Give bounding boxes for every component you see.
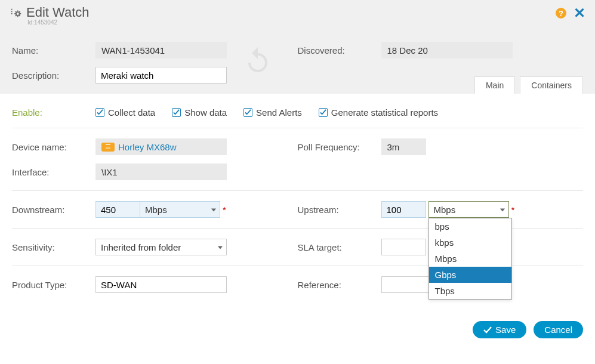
- discovered-value: 18 Dec 20: [381, 42, 513, 58]
- reference-label: Reference:: [298, 280, 381, 290]
- checkbox-generate-stats[interactable]: Generate statistical reports: [319, 107, 438, 118]
- checkbox-show-data[interactable]: Show data: [172, 107, 227, 118]
- cancel-button[interactable]: Cancel: [534, 321, 583, 338]
- downstream-input[interactable]: [95, 201, 140, 218]
- upstream-input[interactable]: [381, 201, 426, 218]
- device-link[interactable]: Horley MX68w: [118, 142, 177, 152]
- divider: [12, 128, 583, 128]
- tab-bar: Main Containers: [474, 76, 583, 94]
- dropdown-option-kbps[interactable]: kbps: [429, 235, 511, 251]
- checkbox-send-alerts[interactable]: Send Alerts: [243, 107, 302, 118]
- poll-frequency-label: Poll Frequency:: [298, 142, 381, 152]
- check-icon: [319, 108, 328, 117]
- sla-target-label: SLA target:: [298, 242, 381, 252]
- checkbox-label: Collect data: [108, 107, 155, 118]
- upstream-unit-value: Mbps: [434, 205, 456, 215]
- help-icon[interactable]: ?: [556, 8, 566, 18]
- checkbox-label: Generate statistical reports: [331, 107, 438, 118]
- sla-target-input[interactable]: [381, 239, 426, 255]
- downstream-label: Downstream:: [12, 205, 95, 215]
- check-icon: [243, 108, 252, 117]
- upstream-unit-dropdown: bps kbps Mbps Gbps Tbps: [428, 218, 512, 300]
- close-icon[interactable]: ✕: [574, 5, 585, 21]
- required-indicator: *: [511, 205, 515, 215]
- gear-icon: [10, 7, 23, 22]
- name-label: Name:: [12, 45, 95, 55]
- check-icon: [172, 108, 181, 117]
- description-label: Description:: [12, 70, 95, 81]
- required-indicator: *: [223, 205, 226, 215]
- dialog-footer: Save Cancel: [0, 307, 595, 349]
- dropdown-option-bps[interactable]: bps: [429, 218, 511, 235]
- dropdown-option-mbps[interactable]: Mbps: [429, 251, 511, 267]
- interface-label: Interface:: [12, 167, 95, 177]
- upstream-unit-select[interactable]: Mbps: [428, 201, 509, 218]
- cancel-button-label: Cancel: [544, 325, 572, 335]
- sensitivity-select[interactable]: Inherited from folder: [95, 239, 227, 255]
- product-type-input[interactable]: [95, 276, 227, 293]
- device-name-value: ☰ Horley MX68w: [95, 138, 227, 155]
- top-section: Name: WAN1-1453041 Discovered: 18 Dec 20…: [0, 28, 595, 94]
- check-icon: [483, 326, 492, 334]
- divider: [12, 190, 583, 191]
- description-input[interactable]: [95, 67, 227, 84]
- checkbox-label: Show data: [184, 107, 227, 118]
- product-type-label: Product Type:: [12, 280, 95, 290]
- svg-point-0: [16, 12, 20, 16]
- tab-main[interactable]: Main: [474, 76, 515, 94]
- poll-frequency-value: 3m: [381, 138, 426, 155]
- device-name-label: Device name:: [12, 142, 95, 152]
- sensitivity-value: Inherited from folder: [101, 242, 181, 252]
- tab-containers[interactable]: Containers: [520, 76, 583, 94]
- enable-label: Enable:: [12, 107, 95, 118]
- checkbox-collect-data[interactable]: Collect data: [95, 107, 155, 118]
- save-button[interactable]: Save: [473, 321, 526, 338]
- sensitivity-label: Sensitivity:: [12, 242, 95, 252]
- dialog-header: Edit Watch Id:1453042 ? ✕: [0, 0, 595, 28]
- upstream-label: Upstream:: [298, 205, 381, 215]
- downstream-unit-select[interactable]: Mbps: [140, 201, 220, 218]
- downstream-unit-value: Mbps: [145, 205, 167, 215]
- device-type-icon: ☰: [101, 143, 115, 152]
- dialog-title: Edit Watch: [26, 5, 90, 20]
- dropdown-option-tbps[interactable]: Tbps: [429, 283, 511, 299]
- body-section: Enable: Collect data Show data Send Aler…: [0, 94, 595, 307]
- check-icon: [95, 108, 104, 117]
- undo-icon[interactable]: [243, 45, 272, 75]
- name-value: WAN1-1453041: [95, 42, 227, 58]
- save-button-label: Save: [495, 325, 516, 335]
- interface-value: \IX1: [95, 164, 227, 180]
- checkbox-label: Send Alerts: [256, 107, 302, 118]
- discovered-label: Discovered:: [298, 45, 381, 55]
- dropdown-option-gbps[interactable]: Gbps: [429, 267, 511, 283]
